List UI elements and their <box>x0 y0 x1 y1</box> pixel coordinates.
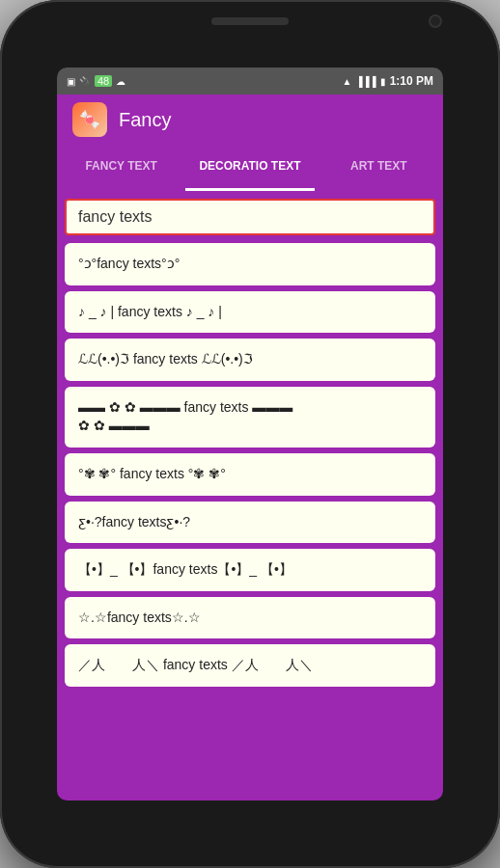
cloud-icon: ☁ <box>116 76 125 87</box>
tab-art-text[interactable]: ART TEXT <box>315 145 443 191</box>
usb-icon: 🔌 <box>79 76 91 87</box>
tab-decoration-text[interactable]: DECORATIO TEXT <box>185 145 314 191</box>
status-time: 1:10 PM <box>390 74 433 88</box>
result-item-1[interactable]: °ↄ°fancy texts°ↄ° <box>65 243 435 285</box>
app-bar: 🍬 Fancy <box>57 95 443 145</box>
result-item-8[interactable]: ☆.☆fancy texts☆.☆ <box>65 597 435 639</box>
battery-charge-icon: 48 <box>95 75 112 87</box>
result-item-7[interactable]: 【•】_ 【•】fancy texts【•】_ 【•】 <box>65 549 435 591</box>
battery-icon: ▮ <box>380 76 386 87</box>
result-item-6[interactable]: ƹ•·?fancy textsƹ•·? <box>65 502 435 544</box>
tab-bar: FANCY TEXT DECORATIO TEXT ART TEXT <box>57 145 443 191</box>
app-icon-emoji: 🍬 <box>79 109 100 130</box>
screenshot-icon: ▣ <box>67 76 75 87</box>
search-input-value[interactable]: fancy texts <box>78 208 152 225</box>
phone-frame: ▣ 🔌 48 ☁ ▲ ▐▐▐ ▮ 1:10 PM 🍬 Fancy <box>0 0 500 868</box>
result-item-3[interactable]: ℒℒ(•.•)ℑ fancy texts ℒℒ(•.•)ℑ <box>65 339 435 381</box>
result-item-4[interactable]: ▬▬ ✿ ✿ ▬▬▬ fancy texts ▬▬▬ ✿ ✿ ▬▬▬ <box>65 387 435 448</box>
signal-icon: ▐▐▐ <box>355 76 375 87</box>
result-item-5[interactable]: °✾ ✾° fancy texts °✾ ✾° <box>65 453 435 496</box>
status-bar: ▣ 🔌 48 ☁ ▲ ▐▐▐ ▮ 1:10 PM <box>57 68 443 95</box>
result-item-9[interactable]: ／人 人＼ fancy texts ／人 人＼ <box>65 644 435 687</box>
search-input-box[interactable]: fancy texts <box>65 199 435 235</box>
wifi-icon: ▲ <box>342 76 351 87</box>
app-screen: ▣ 🔌 48 ☁ ▲ ▐▐▐ ▮ 1:10 PM 🍬 Fancy <box>57 68 443 800</box>
speaker-grille <box>211 17 289 25</box>
app-icon: 🍬 <box>72 102 107 137</box>
search-bar-container: fancy texts <box>57 191 443 243</box>
results-container: °ↄ°fancy texts°ↄ° ♪ _ ♪ | fancy texts ♪ … <box>57 243 443 800</box>
front-camera <box>429 14 442 28</box>
status-left-icons: ▣ 🔌 48 ☁ <box>67 75 125 87</box>
phone-screen: ▣ 🔌 48 ☁ ▲ ▐▐▐ ▮ 1:10 PM 🍬 Fancy <box>57 68 443 800</box>
result-item-2[interactable]: ♪ _ ♪ | fancy texts ♪ _ ♪ | <box>65 291 435 334</box>
app-title: Fancy <box>119 109 171 131</box>
tab-fancy-text[interactable]: FANCY TEXT <box>57 145 185 191</box>
status-right-icons: ▲ ▐▐▐ ▮ 1:10 PM <box>342 74 433 88</box>
